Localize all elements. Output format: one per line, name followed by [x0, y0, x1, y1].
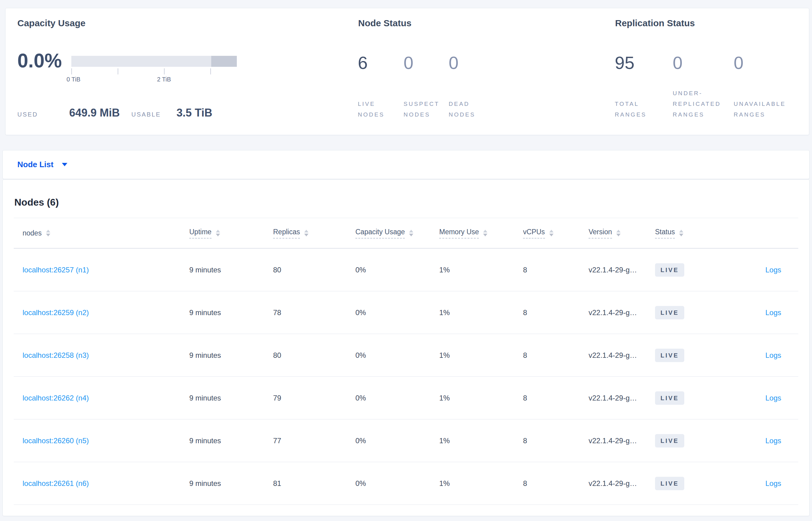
memory-cell: 1%	[439, 479, 523, 488]
logs-link[interactable]: Logs	[765, 351, 781, 359]
table-row: localhost:26259 (n2)9 minutes780%1%8v22.…	[14, 291, 798, 334]
axis-tick-label: 2 TiB	[157, 76, 171, 83]
capacity-cell: 0%	[355, 479, 439, 488]
logs-cell: Logs	[728, 436, 798, 445]
node-link[interactable]: localhost:26259 (n2)	[23, 309, 89, 317]
version-cell: v22.1.4-29-g…	[589, 266, 655, 274]
capacity-cell: 0%	[355, 309, 439, 317]
axis-tick	[118, 68, 118, 74]
status-badge: LIVE	[655, 349, 684, 362]
logs-link[interactable]: Logs	[765, 266, 781, 274]
capacity-used-row: USED649.9 MiBUSABLE3.5 TiB	[17, 107, 212, 119]
replicas-cell: 79	[273, 394, 355, 402]
cluster-summary-card: Capacity Usage 0.0% 0 TiB 2 TiB USED649.…	[5, 8, 809, 135]
column-header-label: Capacity Usage	[355, 228, 405, 239]
usable-label: USABLE	[132, 111, 176, 118]
table-row: localhost:26257 (n1)9 minutes800%1%8v22.…	[14, 249, 798, 291]
live-nodes-label: LIVENODES	[358, 98, 404, 120]
column-header-label: Version	[589, 228, 612, 239]
node-link[interactable]: localhost:26258 (n3)	[23, 351, 89, 359]
status-cell: LIVE	[655, 434, 728, 448]
column-header-uptime[interactable]: Uptime	[189, 228, 273, 239]
status-badge: LIVE	[655, 263, 684, 277]
node-link[interactable]: localhost:26261 (n6)	[23, 479, 89, 488]
sort-icon	[616, 230, 621, 236]
axis-tick-label: 0 TiB	[67, 76, 80, 83]
logs-cell: Logs	[728, 479, 798, 488]
logs-cell: Logs	[728, 394, 798, 402]
replicas-cell: 77	[273, 436, 355, 445]
column-header-capacity-usage[interactable]: Capacity Usage	[355, 228, 439, 239]
logs-link[interactable]: Logs	[765, 479, 781, 488]
sort-icon	[549, 230, 553, 236]
usable-value: 3.5 TiB	[176, 107, 212, 119]
used-value: 649.9 MiB	[69, 107, 132, 119]
column-header-vcpus[interactable]: vCPUs	[523, 228, 589, 239]
column-header-version[interactable]: Version	[589, 228, 655, 239]
uptime-cell: 9 minutes	[189, 309, 273, 317]
axis-tick	[210, 68, 211, 74]
status-cell: LIVE	[655, 349, 728, 362]
logs-link[interactable]: Logs	[765, 436, 781, 445]
total-ranges-label: TOTALRANGES	[615, 98, 673, 120]
node-link[interactable]: localhost:26257 (n1)	[23, 266, 89, 274]
vcpus-cell: 8	[523, 266, 589, 274]
capacity-bar-segment	[211, 56, 237, 67]
total-ranges-count: 95	[615, 54, 673, 72]
vcpus-cell: 8	[523, 436, 589, 445]
node-status-panel: Node Status 6 0 0 LIVENODES SUSPECTNODES…	[358, 8, 528, 135]
vcpus-cell: 8	[523, 309, 589, 317]
address-cell: localhost:26259 (n2)	[23, 309, 189, 317]
table-header-row: nodesUptimeReplicasCapacity UsageMemory …	[14, 218, 798, 249]
column-header-label: Uptime	[189, 228, 212, 239]
axis-tick	[71, 68, 72, 74]
column-header-label: Status	[655, 228, 675, 239]
capacity-cell: 0%	[355, 436, 439, 445]
node-link[interactable]: localhost:26262 (n4)	[23, 394, 89, 402]
uptime-cell: 9 minutes	[189, 351, 273, 360]
replicas-cell: 81	[273, 479, 355, 488]
status-badge: LIVE	[655, 434, 684, 448]
replicas-cell: 80	[273, 266, 355, 274]
sort-icon	[46, 230, 50, 236]
logs-cell: Logs	[728, 351, 798, 360]
column-header-status[interactable]: Status	[655, 228, 728, 239]
version-cell: v22.1.4-29-g…	[589, 351, 655, 360]
capacity-usage-title: Capacity Usage	[17, 18, 85, 28]
nodes-table: nodesUptimeReplicasCapacity UsageMemory …	[14, 218, 798, 505]
uptime-cell: 9 minutes	[189, 266, 273, 274]
version-cell: v22.1.4-29-g…	[589, 394, 655, 402]
node-link[interactable]: localhost:26260 (n5)	[23, 436, 89, 445]
sort-icon	[216, 230, 220, 236]
address-cell: localhost:26260 (n5)	[23, 436, 189, 445]
logs-link[interactable]: Logs	[765, 309, 781, 317]
table-row: localhost:26262 (n4)9 minutes790%1%8v22.…	[14, 377, 798, 420]
column-header-memory-use[interactable]: Memory Use	[439, 228, 523, 239]
sort-icon	[409, 230, 413, 236]
replication-status-panel: Replication Status 95 0 0 TOTALRANGES UN…	[615, 8, 807, 135]
under-replicated-ranges-count: 0	[673, 54, 734, 72]
replicas-cell: 80	[273, 351, 355, 360]
address-cell: localhost:26257 (n1)	[23, 266, 189, 274]
table-row: localhost:26261 (n6)9 minutes810%1%8v22.…	[14, 462, 798, 505]
logs-cell: Logs	[728, 309, 798, 317]
under-replicated-ranges-label: UNDER-REPLICATEDRANGES	[673, 88, 734, 120]
table-body: localhost:26257 (n1)9 minutes800%1%8v22.…	[14, 249, 798, 505]
column-header-nodes[interactable]: nodes	[23, 229, 189, 237]
column-header-label: vCPUs	[523, 228, 545, 239]
vcpus-cell: 8	[523, 351, 589, 360]
sort-icon	[483, 230, 487, 236]
version-cell: v22.1.4-29-g…	[589, 436, 655, 445]
column-header-replicas[interactable]: Replicas	[273, 228, 355, 239]
axis-tick	[164, 68, 165, 74]
logs-link[interactable]: Logs	[765, 394, 781, 402]
memory-cell: 1%	[439, 309, 523, 317]
nodes-section-title: Nodes (6)	[14, 197, 809, 208]
capacity-cell: 0%	[355, 351, 439, 360]
memory-cell: 1%	[439, 436, 523, 445]
uptime-cell: 9 minutes	[189, 394, 273, 402]
used-label: USED	[17, 111, 69, 118]
view-selector-dropdown[interactable]: Node List	[2, 150, 810, 179]
version-cell: v22.1.4-29-g…	[589, 479, 655, 488]
node-status-title: Node Status	[358, 18, 411, 28]
